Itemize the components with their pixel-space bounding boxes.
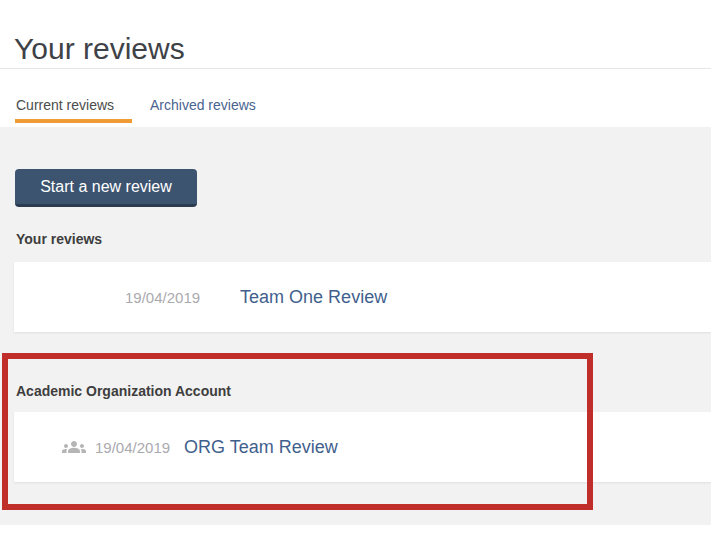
review-date: 19/04/2019 xyxy=(95,439,170,456)
review-link-org-team[interactable]: ORG Team Review xyxy=(184,437,338,458)
review-row-team-one: 19/04/2019 Team One Review xyxy=(14,262,711,332)
reviews-panel: Start a new review Your reviews 19/04/20… xyxy=(0,127,711,525)
page-title: Your reviews xyxy=(14,30,185,68)
tab-current-reviews[interactable]: Current reviews xyxy=(16,96,114,114)
group-icon xyxy=(62,435,86,459)
start-new-review-button[interactable]: Start a new review xyxy=(15,169,197,207)
review-row-org-team: 19/04/2019 ORG Team Review xyxy=(14,412,711,482)
tab-archived-reviews[interactable]: Archived reviews xyxy=(150,96,256,114)
review-date: 19/04/2019 xyxy=(125,289,200,306)
review-link-team-one[interactable]: Team One Review xyxy=(240,287,387,308)
tab-bar: Current reviews Archived reviews xyxy=(0,69,711,127)
active-tab-underline xyxy=(15,119,132,123)
section-heading-organization: Academic Organization Account xyxy=(16,383,231,399)
section-heading-your-reviews: Your reviews xyxy=(16,231,102,247)
